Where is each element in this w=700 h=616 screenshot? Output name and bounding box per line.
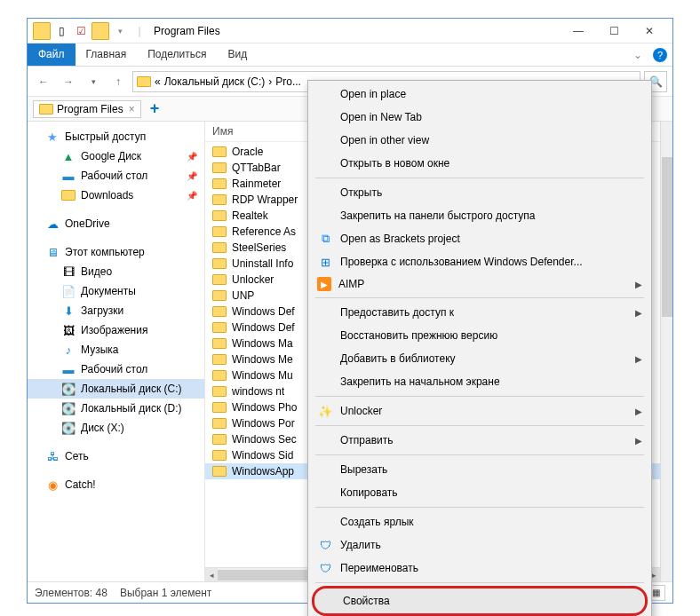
desktop-icon: ▬ [61, 362, 76, 376]
add-tab-button[interactable]: + [145, 99, 165, 118]
nav-network[interactable]: 🖧Сеть [28, 446, 204, 466]
menu-separator [315, 507, 644, 508]
breadcrumb-arrow[interactable]: › [268, 75, 272, 88]
menu-open-new-tab[interactable]: Open in New Tab [310, 106, 649, 129]
menu-open-new-window[interactable]: Открыть в новом окне [310, 152, 649, 175]
up-button[interactable]: ↑ [107, 71, 129, 92]
disk-icon: 💽 [61, 401, 76, 415]
file-name: Unlocker [232, 273, 274, 286]
nav-disk-c[interactable]: 💽Локальный диск (C:) [28, 379, 204, 399]
nav-documents[interactable]: 📄Документы [28, 281, 204, 301]
folder-icon [33, 22, 51, 40]
menu-cut[interactable]: Вырезать [310, 458, 649, 481]
file-name: WindowsApp [232, 465, 294, 478]
menu-pin-quick[interactable]: Закрепить на панели быстрого доступа [310, 204, 649, 227]
chevron-down-icon[interactable]: ⌄ [628, 43, 648, 66]
file-name: Rainmeter [232, 178, 281, 190]
history-dropdown[interactable]: ▾ [83, 71, 104, 92]
file-name: Windows Sec [232, 433, 297, 446]
minimize-button[interactable]: — [561, 19, 596, 43]
nav-desktop[interactable]: ▬Рабочий стол📌 [28, 166, 204, 186]
file-name: Windows Def [232, 305, 295, 318]
back-button[interactable]: ← [33, 71, 54, 92]
download-icon: ⬇ [61, 304, 76, 318]
forward-button[interactable]: → [58, 71, 79, 92]
nav-video[interactable]: 🎞Видео [28, 262, 204, 281]
menu-open-in-place[interactable]: Open in place [310, 83, 649, 106]
menu-create-shortcut[interactable]: Создать ярлык [310, 510, 649, 533]
pin-icon: 📌 [187, 171, 197, 181]
menu-pin-start[interactable]: Закрепить на начальном экране [310, 370, 649, 393]
tab-view[interactable]: Вид [217, 43, 258, 66]
menu-separator [315, 396, 644, 397]
tab-label: Program Files [57, 103, 123, 115]
folder-icon [39, 104, 53, 115]
help-button[interactable]: ? [648, 43, 672, 66]
breadcrumb-folder[interactable]: Pro... [275, 75, 301, 88]
menu-grant-access[interactable]: Предоставить доступ к▶ [310, 301, 649, 324]
nav-disk-x[interactable]: 💽Диск (X:) [28, 418, 204, 438]
menu-rename[interactable]: 🛡Переименовать [310, 557, 649, 580]
menu-delete[interactable]: 🛡Удалить [310, 533, 649, 557]
pin-icon: 📌 [187, 191, 197, 201]
vertical-scrollbar[interactable] [660, 122, 672, 581]
close-tab-icon[interactable]: × [129, 103, 135, 115]
menu-defender[interactable]: ⊞Проверка с использованием Windows Defen… [310, 250, 649, 273]
file-name: Windows Mu [232, 369, 293, 382]
quick-access-toolbar: ▯ ☑ ▾ | [33, 22, 148, 40]
brackets-icon: ⧉ [317, 231, 333, 247]
nav-onedrive[interactable]: ☁OneDrive [28, 214, 204, 233]
menu-aimp[interactable]: ▶AIMP▶ [310, 273, 649, 295]
folder-icon [212, 178, 227, 189]
nav-this-pc[interactable]: 🖥Этот компьютер [28, 242, 204, 262]
file-name: Windows Pho [232, 401, 297, 414]
submenu-arrow-icon: ▶ [635, 280, 642, 289]
folder-icon [61, 188, 76, 202]
menu-properties[interactable]: Свойства [312, 586, 648, 616]
file-name: Reference As [232, 225, 296, 238]
nav-disk-d[interactable]: 💽Локальный диск (D:) [28, 399, 204, 418]
submenu-arrow-icon: ▶ [635, 407, 642, 416]
ribbon: Файл Главная Поделиться Вид ⌄ ? [28, 43, 672, 67]
shield-icon: ⊞ [317, 254, 333, 270]
folder-icon [212, 290, 227, 301]
nav-catch[interactable]: ◉Catch! [28, 475, 204, 494]
video-icon: 🎞 [61, 265, 76, 279]
nav-desktop2[interactable]: ▬Рабочий стол [28, 359, 204, 379]
menu-restore[interactable]: Восстановить прежнюю версию [310, 324, 649, 347]
tab-share[interactable]: Поделиться [137, 43, 217, 66]
folder-icon [212, 210, 227, 221]
file-name: SteelSeries [232, 241, 286, 254]
menu-send-to[interactable]: Отправить▶ [310, 429, 649, 452]
qat-button[interactable]: ▯ [52, 22, 70, 40]
folder-icon [212, 258, 227, 269]
menu-open[interactable]: Открыть [310, 181, 649, 204]
menu-unlocker[interactable]: ✨Unlocker▶ [310, 399, 649, 423]
menu-copy[interactable]: Копировать [310, 481, 649, 504]
context-menu: Open in place Open in New Tab Open in ot… [307, 80, 652, 616]
tab-home[interactable]: Главная [76, 43, 138, 66]
music-icon: ♪ [61, 343, 76, 357]
shield-icon: 🛡 [317, 537, 333, 553]
scroll-left-arrow[interactable]: ◂ [205, 568, 218, 581]
qat-checkbox-icon[interactable]: ☑ [72, 22, 90, 40]
maximize-button[interactable]: ☐ [596, 19, 632, 43]
menu-add-library[interactable]: Добавить в библиотеку▶ [310, 347, 649, 370]
nav-music[interactable]: ♪Музыка [28, 340, 204, 359]
close-button[interactable]: ✕ [632, 19, 667, 43]
menu-open-other-view[interactable]: Open in other view [310, 129, 649, 152]
page-tab[interactable]: Program Files × [33, 100, 141, 118]
nav-downloads[interactable]: Downloads📌 [28, 186, 204, 205]
menu-brackets[interactable]: ⧉Open as Brackets project [310, 227, 649, 250]
folder-icon [212, 306, 227, 317]
file-name: Windows Me [232, 353, 293, 366]
scroll-thumb[interactable] [662, 157, 672, 317]
qat-dropdown-icon[interactable]: ▾ [111, 22, 129, 40]
nav-pictures[interactable]: 🖼Изображения [28, 320, 204, 340]
nav-quick-access[interactable]: ★Быстрый доступ [28, 127, 204, 146]
tab-file[interactable]: Файл [28, 43, 76, 66]
nav-google-drive[interactable]: ▲Google Диск📌 [28, 146, 204, 166]
breadcrumb-disk[interactable]: Локальный диск (C:) [164, 75, 266, 88]
nav-downloads2[interactable]: ⬇Загрузки [28, 301, 204, 320]
gdrive-icon: ▲ [61, 149, 76, 163]
